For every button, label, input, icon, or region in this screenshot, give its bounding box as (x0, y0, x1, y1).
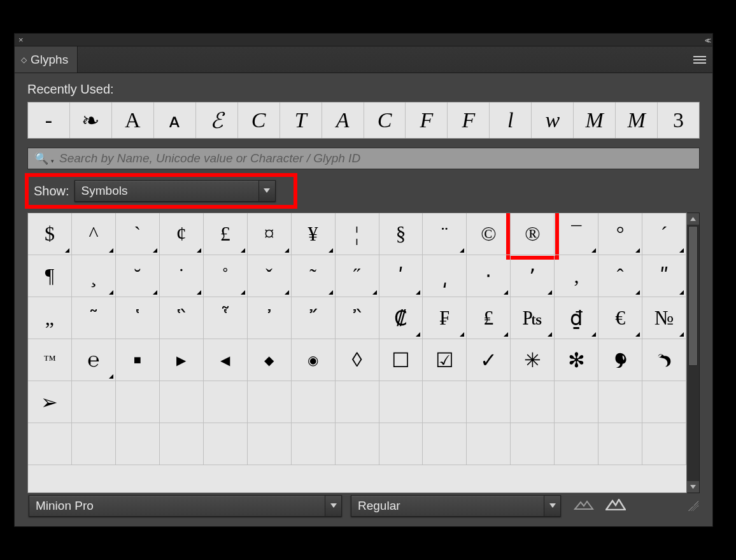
zoom-in-button[interactable] (605, 499, 626, 513)
glyph-cell[interactable]: ´ (642, 213, 686, 255)
glyph-cell[interactable]: ^ (72, 213, 116, 255)
recent-glyph[interactable]: F (448, 102, 490, 138)
glyph-cell[interactable]: £ (204, 213, 248, 255)
panel-menu-button[interactable] (687, 46, 712, 73)
glyph-cell (116, 381, 160, 423)
recent-glyph[interactable]: ℰ (196, 102, 238, 138)
glyph-cell[interactable]: ¨ (423, 213, 467, 255)
glyph-cell[interactable]: ˝ (336, 255, 379, 297)
search-input[interactable] (59, 151, 693, 165)
glyph-cell[interactable]: ῟ (204, 297, 248, 339)
scroll-up-button[interactable] (687, 213, 699, 225)
search-dropdown-icon[interactable]: ▾ (51, 158, 54, 164)
glyph-cell[interactable]: ‧ (467, 255, 511, 297)
recent-glyph[interactable]: 3 (658, 102, 699, 138)
glyph-cell[interactable]: ˙ (160, 255, 204, 297)
glyph-cell[interactable]: ₡ (379, 297, 423, 339)
glyph-cell[interactable]: ¯ (555, 213, 598, 255)
glyph-cell[interactable]: ® (511, 213, 555, 255)
recent-glyph[interactable]: A (322, 102, 364, 138)
glyph-cell[interactable]: ◆ (248, 339, 292, 381)
glyph-search[interactable]: 🔍▾ (27, 148, 700, 169)
alternates-icon (416, 290, 420, 295)
close-icon[interactable]: × (18, 36, 24, 44)
glyph-cell[interactable] (598, 339, 642, 381)
glyph-cell[interactable]: ͵ (423, 255, 467, 297)
glyph-cell[interactable]: ῎ (292, 297, 336, 339)
tab-row: ◇ Glyphs (15, 46, 712, 73)
glyph-cell[interactable]: ✳ (511, 339, 555, 381)
glyph-cell[interactable]: € (598, 297, 642, 339)
recent-glyph[interactable]: C (238, 102, 280, 138)
glyph-cell[interactable]: ‚ (555, 255, 598, 297)
scroll-track[interactable] (687, 225, 699, 481)
glyph-cell[interactable]: ✻ (555, 339, 598, 381)
recent-glyph[interactable]: - (28, 102, 70, 138)
alternates-icon (548, 290, 552, 295)
font-style-dropdown[interactable]: Regular (351, 495, 561, 517)
glyph-cell[interactable]: § (379, 213, 423, 255)
recent-glyph[interactable]: A (112, 102, 154, 138)
glyph-cell[interactable]: ῝ (160, 297, 204, 339)
glyph-cell[interactable]: ◊ (336, 339, 379, 381)
grid-scrollbar[interactable] (687, 213, 700, 493)
glyph-cell[interactable]: ₤ (467, 297, 511, 339)
glyph-cell[interactable]: ₫ (555, 297, 598, 339)
glyph-cell[interactable]: ῾ (116, 297, 160, 339)
resize-grip[interactable] (688, 501, 698, 511)
tab-glyphs[interactable]: ◇ Glyphs (15, 46, 78, 73)
glyph-cell[interactable]: ☐ (379, 339, 423, 381)
zoom-out-button[interactable] (574, 499, 594, 513)
glyph-cell[interactable]: ◉ (292, 339, 336, 381)
glyph-cell[interactable]: ˆ (598, 255, 642, 297)
recent-glyph[interactable]: T (280, 102, 322, 138)
glyph-cell[interactable]: ¦ (336, 213, 379, 255)
glyph-cell[interactable]: ʼ (511, 255, 555, 297)
glyph-cell[interactable]: ¶ (28, 255, 72, 297)
glyph-cell[interactable] (642, 339, 686, 381)
collapse-icon[interactable]: << (705, 36, 709, 45)
glyph-cell[interactable]: © (467, 213, 511, 255)
glyph-cell[interactable]: ₣ (423, 297, 467, 339)
glyph-cell[interactable]: ■ (116, 339, 160, 381)
glyph-cell[interactable]: ☑ (423, 339, 467, 381)
glyph-cell[interactable]: ➢ (28, 381, 72, 423)
glyph-cell[interactable]: ¢ (160, 213, 204, 255)
glyph-cell[interactable]: ` (116, 213, 160, 255)
recent-glyph[interactable]: M (616, 102, 658, 138)
glyph-cell[interactable]: $ (28, 213, 72, 255)
recent-glyph[interactable]: l (490, 102, 532, 138)
glyph-cell[interactable]: ▶ (160, 339, 204, 381)
show-dropdown[interactable]: Symbols (74, 180, 276, 202)
glyph-cell[interactable]: ˜ (292, 255, 336, 297)
glyph-cell[interactable]: ˇ (248, 255, 292, 297)
glyph-cell[interactable]: „ (28, 297, 72, 339)
glyph-cell[interactable]: ˚ (204, 255, 248, 297)
glyph-cell[interactable]: ˘ (116, 255, 160, 297)
scroll-thumb[interactable] (688, 226, 698, 366)
glyph-cell[interactable]: ʹ (379, 255, 423, 297)
recent-glyph[interactable]: F (406, 102, 448, 138)
glyph-cell[interactable]: ◀ (204, 339, 248, 381)
glyph-cell[interactable]: ₧ (511, 297, 555, 339)
recent-glyph[interactable]: C (364, 102, 406, 138)
glyph-cell[interactable]: ° (598, 213, 642, 255)
glyph-cell[interactable]: № (642, 297, 686, 339)
font-family-dropdown[interactable]: Minion Pro (29, 495, 342, 517)
recent-glyph[interactable]: w (532, 102, 574, 138)
glyph-cell[interactable]: ™ (28, 339, 72, 381)
glyph-cell[interactable]: ᾿ (248, 297, 292, 339)
recent-glyph[interactable]: ᴀ (154, 102, 196, 138)
recent-glyph[interactable]: M (574, 102, 616, 138)
glyph-cell[interactable]: ¤ (248, 213, 292, 255)
glyph-cell[interactable]: ʺ (642, 255, 686, 297)
glyph-cell[interactable]: ¸ (72, 255, 116, 297)
glyph-cell[interactable]: ¥ (292, 213, 336, 255)
recent-glyph[interactable]: ❧ (70, 102, 112, 138)
glyph-cell[interactable]: ῍ (336, 297, 379, 339)
glyph-cell[interactable]: ῀ (72, 297, 116, 339)
glyph-cell[interactable]: ℮ (72, 339, 116, 381)
scroll-down-button[interactable] (687, 481, 699, 493)
glyph-cell[interactable]: ✓ (467, 339, 511, 381)
alternates-icon (372, 290, 377, 295)
